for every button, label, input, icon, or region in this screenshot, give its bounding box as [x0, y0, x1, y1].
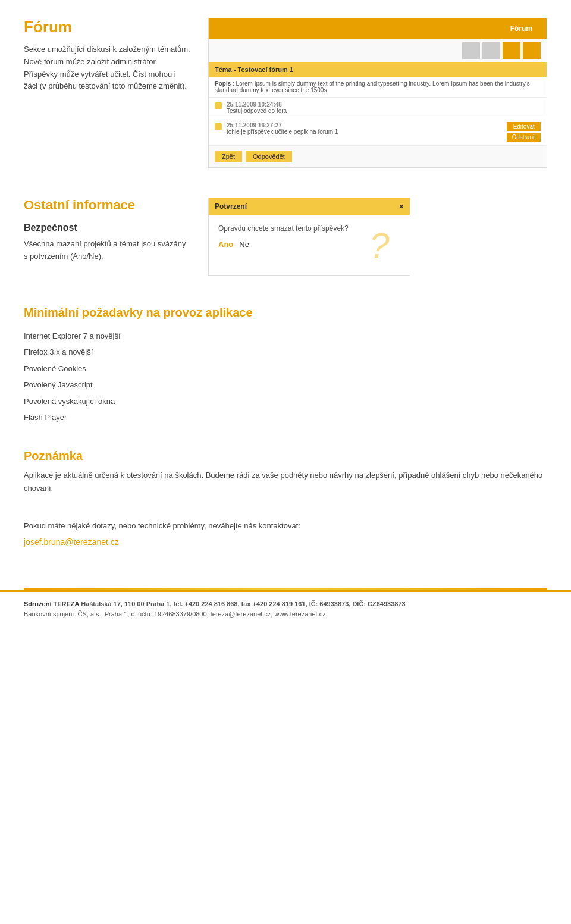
confirm-body: Opravdu chcete smazat tento příspěvek? A…	[209, 215, 410, 275]
forum-topic-body: Popis : Lorem Ipsum is simply dummy text…	[209, 77, 547, 98]
confirm-ne-button[interactable]: Ne	[239, 240, 249, 249]
odpovedet-button[interactable]: Odpovědět	[246, 151, 292, 162]
forum-section: Fórum Sekce umožňující diskusi k založen…	[24, 18, 547, 168]
post-icon-2	[215, 123, 222, 130]
forum-mockup: Fórum Téma - Testovací fórum 1 Popis : L…	[208, 18, 547, 168]
post-1-date: 25.11.2009 10:24:48	[227, 101, 541, 108]
ostatni-left: Ostatní informace Bezpečnost Všechna maz…	[24, 198, 190, 276]
poznamka-text1: Aplikace je aktuálně určená k otestování…	[24, 469, 547, 495]
list-item: Flash Player	[24, 409, 547, 425]
confirm-text-area: Opravdu chcete smazat tento příspěvek? A…	[218, 224, 349, 249]
ostatni-title: Ostatní informace	[24, 198, 190, 213]
minimalni-title: Minimální požadavky na provoz aplikace	[24, 306, 547, 320]
footer-line2: Bankovní spojení: ČS, a.s., Praha 1, č. …	[24, 609, 547, 620]
confirm-dialog: Potvrzení × Opravdu chcete smazat tento …	[208, 198, 410, 276]
post-1-content: 25.11.2009 10:24:48 Testuj odpoved do fo…	[227, 101, 541, 114]
forum-description-text: Sekce umožňující diskusi k založeným tém…	[24, 43, 190, 93]
forum-screenshot: Fórum Téma - Testovací fórum 1 Popis : L…	[208, 18, 547, 168]
footer: Sdružení TEREZA Haštalská 17, 110 00 Pra…	[0, 590, 571, 627]
requirements-list: Internet Explorer 7 a novějšíFirefox 3.x…	[24, 328, 547, 425]
contact-section: Pokud máte nějaké dotazy, nebo technické…	[24, 519, 547, 547]
contact-email-link[interactable]: josef.bruna@terezanet.cz	[24, 537, 119, 547]
forum-topic-header: Téma - Testovací fórum 1	[209, 62, 547, 77]
nav-icon-3	[503, 42, 520, 59]
confirm-title: Potvrzení	[215, 202, 247, 211]
confirm-question-icon: ?	[359, 224, 400, 266]
confirm-question: Opravdu chcete smazat tento příspěvek?	[218, 224, 349, 233]
footer-address: Haštalská 17, 110 00 Praha 1, tel. +420 …	[81, 600, 406, 607]
list-item: Povolený Javascript	[24, 377, 547, 393]
post-1-text: Testuj odpoved do fora	[227, 108, 541, 114]
forum-post-1: 25.11.2009 10:24:48 Testuj odpoved do fo…	[209, 98, 547, 118]
bezpecnost-text: Všechna mazaní projektů a témat jsou svá…	[24, 238, 190, 263]
forum-icons-row	[209, 39, 547, 62]
list-item: Firefox 3.x a novější	[24, 344, 547, 360]
odstranit-button[interactable]: Odstranit	[507, 133, 541, 142]
nav-icon-1	[462, 42, 480, 59]
forum-top-button[interactable]: Fórum	[502, 22, 541, 35]
forum-btn-bar: Fórum	[209, 18, 547, 39]
confirm-buttons: Ano Ne	[218, 240, 349, 249]
ostatni-section: Ostatní informace Bezpečnost Všechna maz…	[24, 198, 547, 276]
confirm-close-icon[interactable]: ×	[399, 202, 404, 211]
confirm-ano-button[interactable]: Ano	[218, 240, 233, 249]
forum-nav-btns: Zpět Odpovědět	[209, 146, 547, 167]
footer-line1: Sdružení TEREZA Haštalská 17, 110 00 Pra…	[24, 599, 547, 610]
forum-post-2: 25.11.2009 16:27:27 tohle je příspěvek u…	[209, 118, 547, 146]
list-item: Povolená vyskakující okna	[24, 393, 547, 409]
confirm-header: Potvrzení ×	[209, 198, 410, 215]
editovat-button[interactable]: Editovat	[507, 122, 541, 131]
post-2-actions: Editovat Odstranit	[507, 122, 541, 142]
post-2-date: 25.11.2009 16:27:27	[227, 122, 502, 129]
ostatni-right: Potvrzení × Opravdu chcete smazat tento …	[208, 198, 410, 276]
forum-description: Fórum Sekce umožňující diskusi k založen…	[24, 18, 190, 168]
footer-org-name: Sdružení TEREZA	[24, 600, 79, 607]
contact-intro: Pokud máte nějaké dotazy, nebo technické…	[24, 519, 547, 533]
bezpecnost-title: Bezpečnost	[24, 223, 190, 233]
zpet-button[interactable]: Zpět	[215, 151, 242, 162]
post-icon-1	[215, 102, 222, 109]
forum-title: Fórum	[24, 18, 190, 36]
list-item: Povolené Cookies	[24, 361, 547, 377]
list-item: Internet Explorer 7 a novější	[24, 328, 547, 344]
post-2-text: tohle je příspěvek učitele pepik na foru…	[227, 129, 502, 135]
minimalni-section: Minimální požadavky na provoz aplikace I…	[24, 306, 547, 425]
question-mark-icon: ?	[369, 225, 389, 266]
topic-popis-label: Popis	[215, 80, 231, 87]
poznamka-title: Poznámka	[24, 449, 547, 463]
topic-popis-text: : Lorem Ipsum is simply dummy text of th…	[215, 80, 530, 93]
nav-icon-4	[523, 42, 541, 59]
nav-icon-2	[482, 42, 500, 59]
topic-title: Téma - Testovací fórum 1	[215, 66, 293, 73]
post-2-content: 25.11.2009 16:27:27 tohle je příspěvek u…	[227, 122, 502, 135]
poznamka-section: Poznámka Aplikace je aktuálně určená k o…	[24, 449, 547, 495]
